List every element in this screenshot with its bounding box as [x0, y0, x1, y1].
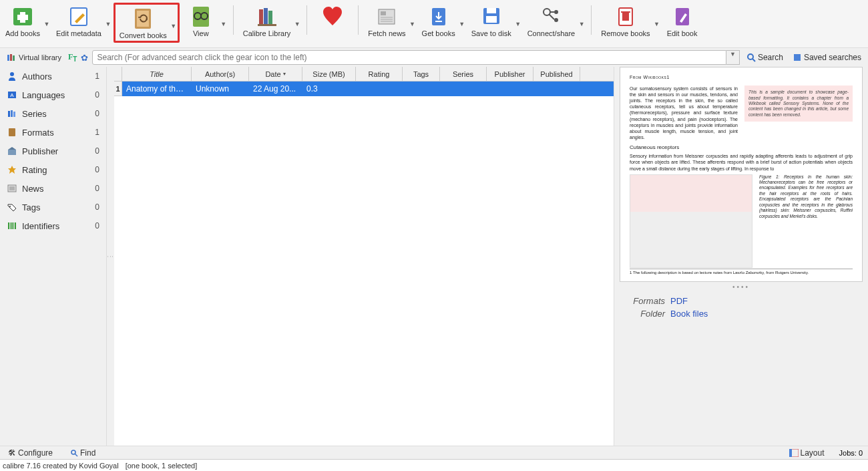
sidebar-item-authors[interactable]: Authors1	[0, 67, 106, 86]
column-header-tags[interactable]: Tags	[403, 67, 440, 81]
search-icon	[746, 53, 756, 62]
library-icon	[255, 4, 279, 28]
column-header-series[interactable]: Series	[440, 67, 487, 81]
sidebar-item-count: 0	[95, 184, 99, 193]
cover-preview[interactable]: From Wikibooks1 Our somatosensory system…	[620, 67, 863, 282]
svg-rect-13	[258, 24, 276, 26]
sidebar-item-identifiers[interactable]: Identifiers0	[0, 216, 106, 235]
column-header-published[interactable]: Published	[533, 67, 580, 81]
trash-icon	[614, 4, 638, 28]
column-header-sizemb[interactable]: Size (MB)	[302, 67, 356, 81]
svg-line-37	[752, 59, 755, 61]
svg-rect-42	[8, 111, 10, 117]
calibre-library-button[interactable]: Calibre Library	[239, 3, 295, 39]
configure-button[interactable]: 🛠 Configure	[5, 447, 55, 459]
svg-rect-10	[259, 9, 263, 24]
column-header-publisher[interactable]: Publisher	[487, 67, 533, 81]
column-header-authors[interactable]: Author(s)	[192, 67, 249, 81]
search-gear-icon[interactable]: ✿	[81, 53, 88, 63]
svg-rect-35	[13, 55, 15, 61]
svg-rect-2	[17, 15, 28, 20]
news-icon	[7, 183, 17, 194]
svg-rect-31	[621, 11, 630, 13]
tag-browser: Authors1ALanguages0Series0Formats1Publis…	[0, 67, 107, 446]
add-books-button[interactable]: Add books	[1, 3, 44, 39]
formats-label: Formats	[625, 296, 665, 306]
svg-rect-11	[264, 8, 268, 24]
search-input[interactable]	[92, 50, 726, 65]
preview-paragraph-2: Sensory information from Meissner corpus…	[630, 153, 853, 171]
sidebar-item-label: Identifiers	[22, 221, 59, 231]
svg-rect-3	[71, 8, 87, 25]
cell: 0.3	[302, 84, 356, 94]
donate-button[interactable]	[312, 3, 353, 31]
column-header-rating[interactable]: Rating	[356, 67, 403, 81]
identifiers-icon	[7, 220, 17, 231]
preview-figure	[630, 174, 752, 268]
sidebar-item-news[interactable]: News0	[0, 179, 106, 198]
sidebar-item-languages[interactable]: ALanguages0	[0, 86, 106, 104]
books-icon	[7, 53, 16, 62]
view-button[interactable]: View	[181, 3, 221, 39]
sidebar-item-rating[interactable]: Rating0	[0, 160, 106, 179]
formats-link[interactable]: PDF	[670, 296, 688, 306]
saved-searches-icon	[793, 53, 802, 62]
preview-splitter[interactable]: ••••	[620, 282, 863, 292]
svg-point-26	[554, 18, 558, 22]
column-header-title[interactable]: Title	[122, 67, 192, 81]
main-toolbar: Add books ▼ Edit metadata ▼ Convert book…	[0, 0, 868, 48]
folder-link[interactable]: Book files	[670, 309, 708, 319]
publisher-icon	[7, 146, 17, 156]
connect-share-button[interactable]: Connect/share	[523, 3, 580, 39]
column-header-date[interactable]: Date	[249, 67, 302, 81]
preview-figure-caption: Figure 1: Receptors in the human skin: M…	[759, 174, 853, 268]
svg-rect-44	[13, 112, 15, 117]
layout-button[interactable]: Layout	[787, 447, 827, 459]
book-list: TitleAuthor(s)DateSize (MB)RatingTagsSer…	[114, 67, 614, 446]
sidebar-item-series[interactable]: Series0	[0, 104, 106, 123]
search-bar: Virtual library FT ✿ ▼ Search Saved sear…	[0, 48, 868, 67]
search-button[interactable]: Search	[744, 51, 786, 63]
cell: Unknown	[192, 84, 249, 94]
sidebar-item-formats[interactable]: Formats1	[0, 123, 106, 142]
edit-metadata-icon	[67, 4, 91, 28]
virtual-library-button[interactable]: Virtual library	[4, 51, 64, 63]
formats-icon	[7, 127, 17, 138]
sidebar-item-tags[interactable]: Tags0	[0, 198, 106, 216]
svg-rect-38	[794, 54, 801, 61]
view-icon	[189, 4, 213, 28]
svg-rect-12	[268, 11, 272, 24]
edit-metadata-button[interactable]: Edit metadata	[52, 3, 105, 39]
fetch-news-button[interactable]: Fetch news	[364, 3, 409, 39]
table-body: 1Anatomy of the ...Unknown22 Aug 20...0.…	[114, 82, 614, 446]
sidebar-item-count: 0	[95, 165, 99, 174]
remove-books-button[interactable]: Remove books	[597, 3, 654, 39]
table-row[interactable]: 1Anatomy of the ...Unknown22 Aug 20...0.…	[114, 82, 614, 96]
rating-icon	[7, 164, 17, 175]
column-header-rownum[interactable]	[114, 67, 122, 81]
cell: 1	[114, 82, 122, 96]
sidebar-item-count: 1	[95, 128, 99, 137]
search-history-dropdown[interactable]: ▼	[726, 50, 740, 65]
sidebar-item-label: Publisher	[22, 146, 58, 156]
edit-book-button[interactable]: Edit book	[662, 3, 702, 39]
find-button[interactable]: Find	[67, 447, 98, 459]
book-details-panel: From Wikibooks1 Our somatosensory system…	[614, 67, 868, 446]
sidebar-item-label: Authors	[22, 71, 52, 82]
sidebar-item-count: 0	[95, 221, 99, 230]
save-to-disk-button[interactable]: Save to disk	[467, 3, 515, 39]
get-books-button[interactable]: Get books	[418, 3, 459, 39]
svg-marker-47	[8, 147, 16, 150]
connect-share-icon	[539, 4, 563, 28]
jobs-label[interactable]: Jobs: 0	[839, 449, 863, 457]
sidebar-item-label: Languages	[22, 90, 65, 100]
sidebar-item-publisher[interactable]: Publisher0	[0, 142, 106, 160]
fulltext-search-icon[interactable]: FT	[68, 52, 77, 63]
saved-searches-button[interactable]: Saved searches	[790, 51, 864, 63]
tags-icon	[7, 202, 17, 212]
svg-text:A: A	[10, 92, 14, 98]
convert-books-button[interactable]: Convert books	[116, 5, 171, 41]
sidebar-splitter[interactable]: ⋮	[107, 253, 114, 260]
app-version: calibre 7.16 created by Kovid Goyal	[3, 462, 119, 470]
book-metadata: Formats PDF Folder Book files	[620, 292, 863, 323]
